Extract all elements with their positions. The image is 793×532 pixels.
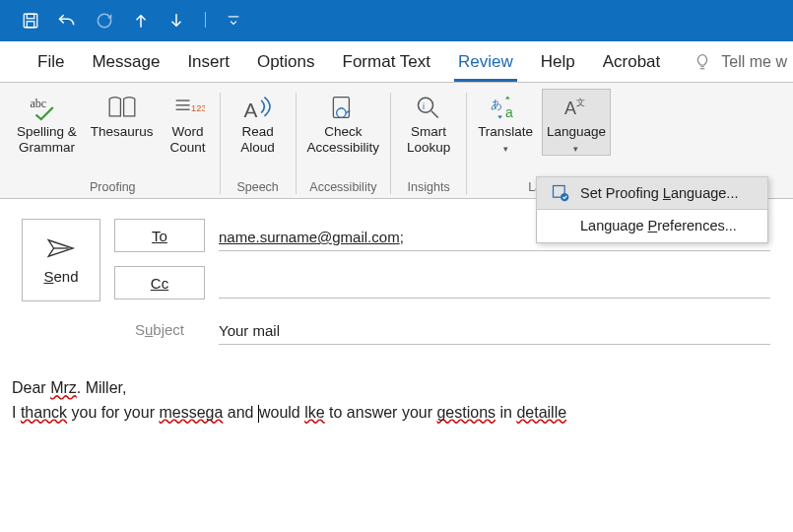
- customize-qat-icon[interactable]: [227, 14, 240, 28]
- svg-text:i: i: [423, 101, 425, 111]
- undo-icon[interactable]: [57, 11, 77, 31]
- cc-button[interactable]: Cc: [114, 266, 205, 299]
- qat-separator: [203, 10, 209, 33]
- spelling-error[interactable]: messega: [159, 404, 223, 421]
- group-accessibility: CheckAccessibility Accessibility: [297, 89, 391, 198]
- thesaurus-icon: [102, 92, 142, 123]
- tab-insert[interactable]: Insert: [173, 41, 243, 82]
- svg-text:あ: あ: [491, 98, 502, 111]
- tell-me-label: Tell me w: [721, 53, 787, 71]
- to-button[interactable]: To: [114, 219, 205, 252]
- accessibility-icon: [323, 92, 363, 123]
- menu-set-proofing-language[interactable]: Set Proofing Language...: [536, 176, 768, 210]
- translate-button[interactable]: あa Translate▾: [473, 89, 538, 156]
- ribbon: abc Spelling &Grammar Thesaurus 123 Word…: [0, 83, 793, 199]
- word-count-icon: 123: [168, 92, 208, 123]
- proofing-language-icon: [551, 183, 570, 203]
- subject-field[interactable]: Your mail: [219, 313, 770, 345]
- smart-lookup-icon: i: [409, 92, 448, 123]
- save-icon[interactable]: [22, 12, 39, 30]
- language-button[interactable]: A文 Language▾: [542, 89, 611, 156]
- smart-label-1: Smart: [411, 124, 446, 139]
- access-label-2: Accessibility: [307, 140, 380, 155]
- read-aloud-icon: A: [238, 92, 278, 123]
- chevron-down-icon: ▾: [573, 144, 578, 154]
- prev-item-icon[interactable]: [132, 12, 150, 30]
- spelling-error[interactable]: Mrz: [50, 379, 77, 396]
- next-item-icon[interactable]: [167, 12, 185, 30]
- svg-rect-1: [27, 14, 34, 19]
- check-accessibility-button[interactable]: CheckAccessibility: [302, 89, 385, 156]
- lightbulb-icon: [694, 53, 711, 71]
- spelling-icon: abc: [27, 92, 66, 123]
- tab-help[interactable]: Help: [527, 41, 589, 82]
- svg-rect-0: [24, 14, 37, 28]
- translate-icon: あa: [486, 92, 525, 123]
- blank-icon: [551, 216, 570, 235]
- wordcount-label-1: Word: [172, 124, 204, 139]
- menu-language-preferences[interactable]: Language Preferences...: [537, 209, 767, 242]
- recipient-chip[interactable]: name.surname@gmail.com: [219, 229, 400, 245]
- group-label-insights: Insights: [397, 176, 460, 198]
- message-body[interactable]: Dear Mrz. Miller, I thanck you for your …: [0, 355, 793, 447]
- tab-review[interactable]: Review: [444, 41, 527, 82]
- svg-rect-8: [334, 98, 350, 118]
- tab-options[interactable]: Options: [243, 41, 329, 82]
- group-proofing: abc Spelling &Grammar Thesaurus 123 Word…: [6, 89, 220, 198]
- group-label-speech: Speech: [227, 176, 290, 198]
- send-label: Send: [43, 268, 78, 285]
- language-label: Language: [547, 124, 606, 139]
- chevron-down-icon: ▾: [503, 144, 508, 154]
- language-icon: A文: [557, 92, 596, 123]
- translate-label: Translate: [478, 124, 533, 139]
- tab-file[interactable]: File: [24, 41, 78, 82]
- group-speech: A ReadAloud Speech: [221, 89, 296, 198]
- spelling-error[interactable]: detaille: [516, 404, 566, 421]
- smart-label-2: Lookup: [407, 140, 450, 155]
- svg-rect-2: [27, 22, 34, 28]
- read-aloud-label-1: Read: [241, 124, 273, 139]
- ribbon-tabs: File Message Insert Options Format Text …: [0, 41, 793, 83]
- svg-point-3: [98, 14, 110, 27]
- subject-label: Subject: [114, 321, 205, 338]
- wordcount-label-2: Count: [170, 140, 206, 155]
- svg-text:A: A: [564, 99, 576, 118]
- svg-point-9: [419, 98, 433, 112]
- tab-message[interactable]: Message: [78, 41, 173, 82]
- thesaurus-button[interactable]: Thesaurus: [86, 89, 159, 156]
- language-menu: Set Proofing Language... Language Prefer…: [536, 176, 768, 243]
- spelling-label-2: Grammar: [19, 140, 75, 155]
- read-aloud-label-2: Aloud: [240, 140, 275, 155]
- spelling-label-1: Spelling &: [17, 124, 77, 139]
- redo-icon[interactable]: [95, 11, 114, 31]
- svg-text:123: 123: [191, 103, 205, 113]
- access-label-1: Check: [324, 124, 362, 139]
- read-aloud-button[interactable]: A ReadAloud: [227, 89, 290, 156]
- tab-acrobat[interactable]: Acrobat: [589, 41, 675, 82]
- group-label-proofing: Proofing: [12, 176, 214, 198]
- spelling-error[interactable]: lke: [304, 404, 324, 421]
- menu-set-proofing-language-label: Set Proofing Language...: [580, 185, 738, 201]
- svg-text:A: A: [243, 99, 257, 121]
- group-label-accessibility: Accessibility: [302, 176, 385, 198]
- smart-lookup-button[interactable]: i SmartLookup: [397, 89, 460, 156]
- send-button[interactable]: Send: [22, 219, 100, 301]
- spelling-error[interactable]: gestions: [436, 404, 496, 421]
- cc-field[interactable]: [219, 267, 770, 299]
- group-insights: i SmartLookup Insights: [391, 89, 466, 198]
- menu-language-preferences-label: Language Preferences...: [580, 218, 737, 233]
- svg-text:文: 文: [576, 98, 585, 107]
- quick-access-toolbar: [0, 0, 793, 41]
- svg-text:abc: abc: [31, 97, 47, 110]
- spelling-grammar-button[interactable]: abc Spelling &Grammar: [12, 89, 82, 156]
- tab-format-text[interactable]: Format Text: [329, 41, 444, 82]
- svg-text:a: a: [505, 104, 513, 120]
- send-icon: [46, 236, 76, 260]
- spelling-error[interactable]: thanck: [21, 404, 67, 421]
- word-count-button[interactable]: 123 WordCount: [163, 89, 214, 156]
- svg-rect-4: [205, 12, 206, 28]
- thesaurus-label: Thesaurus: [91, 124, 154, 140]
- tell-me-search[interactable]: Tell me w: [694, 53, 793, 71]
